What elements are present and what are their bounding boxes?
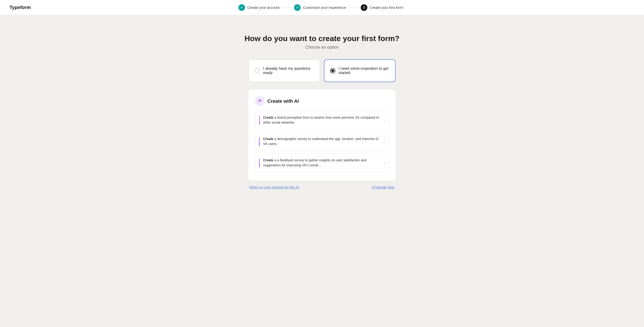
step-label-create-account: Create your account xyxy=(248,5,280,9)
ai-header: Create with AI xyxy=(255,96,389,106)
suggestion-text-1: Create a brand perception form to assess… xyxy=(263,115,380,125)
decide-later-link[interactable]: I'll decide later xyxy=(372,185,395,189)
write-own-request-link[interactable]: Write my own request for the AI xyxy=(249,185,299,189)
steps-nav: ✓ Create your account ✓ Customize your e… xyxy=(238,4,403,11)
step-customize-experience: ✓ Customize your experience xyxy=(294,4,346,11)
step-icon-customize-experience: ✓ xyxy=(294,4,301,11)
radio-need-inspiration xyxy=(330,68,335,73)
suggestion-text-2: Create a demographic survey to understan… xyxy=(263,136,380,146)
page-subtitle: Choose an option xyxy=(305,45,338,50)
chevron-right-icon-1: › xyxy=(384,118,385,122)
header: Typeform ✓ Create your account ✓ Customi… xyxy=(0,0,644,15)
suggestion-text-3: Create a a feedback survey to gather ins… xyxy=(263,158,380,168)
ai-icon-wrap xyxy=(255,96,264,106)
step-icon-create-first-form: 3 xyxy=(361,4,367,11)
footer-links: Write my own request for the AI I'll dec… xyxy=(248,185,396,189)
chevron-right-icon-2: › xyxy=(384,139,385,144)
ai-title: Create with AI xyxy=(268,98,299,104)
suggestion-border-3 xyxy=(259,158,260,168)
logo: Typeform xyxy=(10,5,31,10)
radio-have-questions xyxy=(254,68,260,73)
suggestion-border-1 xyxy=(259,115,260,125)
chevron-right-icon-3: › xyxy=(384,161,385,165)
option-have-questions-label: I already have my questions ready xyxy=(263,66,314,75)
suggestion-item-1[interactable]: Create a brand perception form to assess… xyxy=(255,111,389,130)
ai-section: Create with AI Create a brand perception… xyxy=(248,90,396,180)
step-divider-2 xyxy=(349,7,358,8)
step-label-customize-experience: Customize your experience xyxy=(303,5,346,9)
suggestion-border-2 xyxy=(259,137,260,146)
step-create-first-form: 3 Create your first form xyxy=(361,4,403,11)
main-content: How do you want to create your first for… xyxy=(0,15,644,208)
option-need-inspiration-label: I need some inspiration to get started xyxy=(338,66,390,75)
suggestion-item-2[interactable]: Create a demographic survey to understan… xyxy=(255,132,389,151)
page-title: How do you want to create your first for… xyxy=(244,34,400,43)
step-divider-1 xyxy=(282,7,291,8)
option-need-inspiration[interactable]: I need some inspiration to get started xyxy=(324,59,396,82)
sparkle-icon xyxy=(258,99,262,103)
suggestion-item-3[interactable]: Create a a feedback survey to gather ins… xyxy=(255,153,389,172)
options-row: I already have my questions ready I need… xyxy=(248,59,396,82)
step-create-account: ✓ Create your account xyxy=(238,4,280,11)
step-icon-create-account: ✓ xyxy=(238,4,245,11)
option-have-questions[interactable]: I already have my questions ready xyxy=(248,59,320,82)
step-label-create-first-form: Create your first form xyxy=(370,5,403,9)
